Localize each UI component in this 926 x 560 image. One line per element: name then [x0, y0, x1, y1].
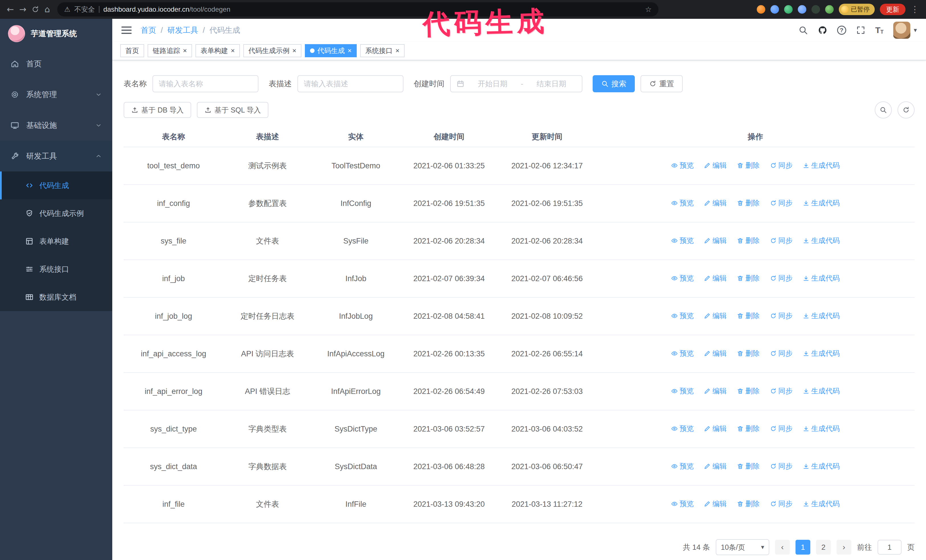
- close-icon[interactable]: ×: [348, 47, 352, 54]
- sidebar-item-database-doc[interactable]: 数据库文档: [0, 283, 112, 311]
- preview-link[interactable]: 预览: [671, 236, 694, 245]
- sidebar-item-form-builder[interactable]: 表单构建: [0, 227, 112, 255]
- close-icon[interactable]: ×: [292, 47, 296, 54]
- preview-link[interactable]: 预览: [671, 161, 694, 170]
- sidebar-item-dev-tools[interactable]: 研发工具: [0, 141, 112, 172]
- edit-link[interactable]: 编辑: [704, 386, 726, 395]
- edit-link[interactable]: 编辑: [704, 198, 726, 208]
- sidebar-item-code-generation-example[interactable]: 代码生成示例: [0, 199, 112, 227]
- generate-code-link[interactable]: 生成代码: [803, 499, 840, 509]
- extension-people-icon[interactable]: [798, 5, 806, 14]
- reload-icon[interactable]: [31, 5, 39, 14]
- delete-link[interactable]: 删除: [737, 349, 760, 358]
- github-icon[interactable]: [818, 25, 828, 35]
- paused-badge[interactable]: 已暂停: [839, 4, 875, 15]
- edit-link[interactable]: 编辑: [704, 161, 726, 170]
- close-icon[interactable]: ×: [395, 47, 399, 54]
- generate-code-link[interactable]: 生成代码: [803, 273, 840, 283]
- close-icon[interactable]: ×: [183, 47, 187, 54]
- tab-codegen-example[interactable]: 代码生成示例 ×: [243, 44, 301, 57]
- edit-link[interactable]: 编辑: [704, 499, 726, 509]
- delete-link[interactable]: 删除: [737, 273, 760, 283]
- generate-code-link[interactable]: 生成代码: [803, 462, 840, 471]
- page-size-select[interactable]: 10条/页 ▾: [716, 539, 769, 555]
- import-sql-button[interactable]: 基于 SQL 导入: [197, 102, 268, 118]
- tab-form-builder[interactable]: 表单构建 ×: [195, 44, 240, 57]
- goto-page-input[interactable]: [878, 540, 902, 555]
- page-2-button[interactable]: 2: [816, 540, 831, 555]
- user-menu[interactable]: ▾: [893, 22, 917, 39]
- sync-link[interactable]: 同步: [770, 273, 793, 283]
- preview-link[interactable]: 预览: [671, 311, 694, 320]
- url-bar[interactable]: ⚠ 不安全 dashboard.yudao.iocoder.cn/tool/co…: [57, 2, 658, 17]
- edit-link[interactable]: 编辑: [704, 349, 726, 358]
- import-db-button[interactable]: 基于 DB 导入: [124, 102, 191, 118]
- search-button[interactable]: 搜索: [593, 75, 635, 92]
- back-icon[interactable]: ←: [7, 5, 14, 14]
- sync-link[interactable]: 同步: [770, 462, 793, 471]
- preview-link[interactable]: 预览: [671, 499, 694, 509]
- font-size-icon[interactable]: TT: [875, 26, 884, 35]
- show-search-button[interactable]: [875, 101, 892, 118]
- delete-link[interactable]: 删除: [737, 311, 760, 320]
- delete-link[interactable]: 删除: [737, 198, 760, 208]
- generate-code-link[interactable]: 生成代码: [803, 424, 840, 433]
- sidebar-item-home[interactable]: 首页: [0, 48, 112, 79]
- sync-link[interactable]: 同步: [770, 198, 793, 208]
- generate-code-link[interactable]: 生成代码: [803, 161, 840, 170]
- preview-link[interactable]: 预览: [671, 349, 694, 358]
- sidebar-item-system-management[interactable]: 系统管理: [0, 79, 112, 110]
- extension-drop-icon[interactable]: [770, 5, 779, 14]
- generate-code-link[interactable]: 生成代码: [803, 349, 840, 358]
- home-nav-icon[interactable]: ⌂: [44, 5, 50, 14]
- prev-page-button[interactable]: ‹: [775, 540, 790, 555]
- generate-code-link[interactable]: 生成代码: [803, 236, 840, 245]
- sync-link[interactable]: 同步: [770, 236, 793, 245]
- delete-link[interactable]: 删除: [737, 161, 760, 170]
- tab-system-api[interactable]: 系统接口 ×: [360, 44, 405, 57]
- edit-link[interactable]: 编辑: [704, 424, 726, 433]
- sync-link[interactable]: 同步: [770, 161, 793, 170]
- extension-dark-icon[interactable]: [811, 5, 820, 14]
- bookmark-star-icon[interactable]: ☆: [645, 5, 652, 14]
- preview-link[interactable]: 预览: [671, 424, 694, 433]
- edit-link[interactable]: 编辑: [704, 311, 726, 320]
- preview-link[interactable]: 预览: [671, 462, 694, 471]
- help-icon[interactable]: ?: [837, 26, 846, 35]
- preview-link[interactable]: 预览: [671, 386, 694, 395]
- generate-code-link[interactable]: 生成代码: [803, 311, 840, 320]
- next-page-button[interactable]: ›: [837, 540, 851, 555]
- security-label[interactable]: 不安全: [74, 5, 95, 14]
- delete-link[interactable]: 删除: [737, 386, 760, 395]
- fullscreen-icon[interactable]: [856, 25, 865, 35]
- extension-fox-icon[interactable]: [757, 5, 765, 14]
- sidebar-item-code-generation[interactable]: 代码生成: [0, 172, 112, 199]
- extension-leaf-icon[interactable]: [825, 5, 834, 14]
- table-desc-input[interactable]: [298, 75, 404, 92]
- reset-button[interactable]: 重置: [640, 75, 683, 92]
- delete-link[interactable]: 删除: [737, 462, 760, 471]
- breadcrumb-home[interactable]: 首页: [141, 25, 156, 35]
- update-button[interactable]: 更新: [880, 4, 905, 15]
- app-logo[interactable]: 芋道管理系统: [0, 19, 112, 48]
- generate-code-link[interactable]: 生成代码: [803, 198, 840, 208]
- preview-link[interactable]: 预览: [671, 273, 694, 283]
- extension-green-icon[interactable]: [784, 5, 793, 14]
- search-icon[interactable]: [798, 25, 808, 35]
- page-1-button[interactable]: 1: [796, 540, 810, 555]
- close-icon[interactable]: ×: [231, 47, 235, 54]
- collapse-sidebar-icon[interactable]: [121, 27, 132, 34]
- preview-link[interactable]: 预览: [671, 198, 694, 208]
- tab-trace[interactable]: 链路追踪 ×: [148, 44, 192, 57]
- create-time-range-picker[interactable]: 开始日期 - 结束日期: [450, 75, 583, 92]
- tab-home[interactable]: 首页: [120, 44, 144, 57]
- edit-link[interactable]: 编辑: [704, 273, 726, 283]
- sync-link[interactable]: 同步: [770, 386, 793, 395]
- refresh-table-button[interactable]: [897, 101, 915, 118]
- sync-link[interactable]: 同步: [770, 311, 793, 320]
- breadcrumb-dev-tools[interactable]: 研发工具: [168, 25, 198, 35]
- kebab-menu-icon[interactable]: ⋮: [911, 5, 919, 14]
- sidebar-item-system-api[interactable]: 系统接口: [0, 255, 112, 283]
- edit-link[interactable]: 编辑: [704, 462, 726, 471]
- tab-codegen[interactable]: 代码生成 ×: [305, 44, 357, 57]
